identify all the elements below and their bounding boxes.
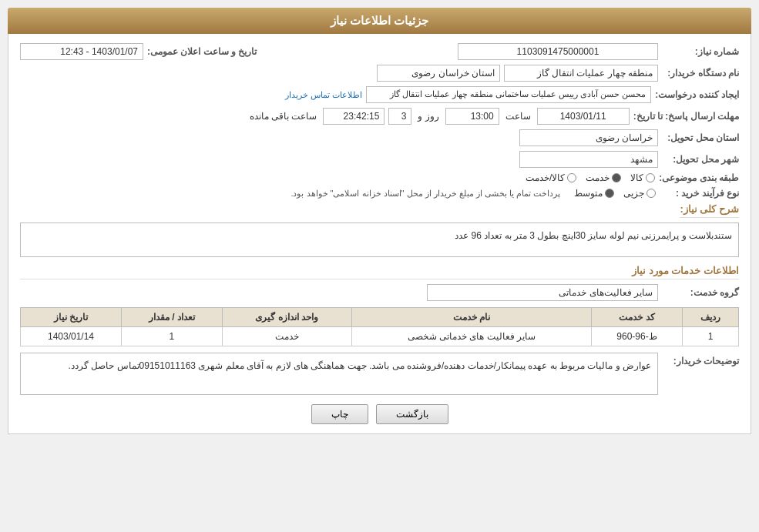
shomara-niaz-value: 1103091475000001 (458, 43, 658, 60)
radio-kala-khedmat[interactable]: کالا/خدمت (526, 172, 576, 183)
row-ostaan-tahvil: استان محل تحویل: خراسان رضوی (20, 129, 739, 146)
date-value: 1403/01/11 (537, 108, 630, 125)
radio-jozyi-label: جزیی (623, 188, 644, 199)
main-card: شماره نیاز: 1103091475000001 تاریخ و ساع… (8, 34, 751, 434)
radio-kala-khedmat-label: کالا/خدمت (526, 172, 565, 183)
ostaan-value: استان خراسان رضوی (377, 65, 500, 82)
cell-code: ط-96-960 (592, 327, 683, 346)
col-name: نام خدمت (351, 308, 592, 327)
row-tozihat: توضیحات خریدار: عوارض و مالیات مربوط به … (20, 353, 739, 395)
row-nam-dastgah: نام دستگاه خریدار: منطقه چهار عملیات انت… (20, 65, 739, 82)
cell-vahed: خدمت (222, 327, 351, 346)
farayand-note: پرداخت تمام یا بخشی از مبلغ خریدار از مح… (291, 189, 560, 199)
tozihat-label: توضیحات خریدار: (662, 353, 739, 366)
ijad-value: محسن حسن آبادی رییس عملیات ساختمانی منطق… (366, 86, 651, 103)
radio-jozyi[interactable]: جزیی (623, 188, 656, 199)
col-tedad: تعداد / مقدار (121, 308, 222, 327)
table-header: ردیف کد خدمت نام خدمت واحد اندازه گیری ت… (21, 308, 739, 327)
radio-jozyi-icon (646, 189, 656, 198)
row-tabaqe: طبقه بندی موضوعی: کالا خدمت کالا/خدمت (20, 172, 739, 183)
nam-dastgah-label: نام دستگاه خریدار: (662, 68, 739, 79)
farayand-label: نوع فرآیند خرید : (662, 188, 739, 199)
rooz-label: روز و (418, 111, 438, 122)
shahr-tahvil-value: مشهد (519, 151, 658, 168)
mande-value: 23:42:15 (323, 108, 385, 125)
tozihat-value: عوارض و مالیات مربوط به عهده پیمانکار/خد… (20, 353, 658, 395)
radio-mottaset-icon (605, 189, 614, 198)
row-ijad: ایجاد کننده درخواست: محسن حسن آبادی رییس… (20, 86, 739, 103)
tarikh-elaan-label: تاریخ و ساعت اعلان عمومی: (147, 46, 257, 57)
cell-tarikh: 1403/01/14 (21, 327, 122, 346)
page-title: جزئیات اطلاعات نیاز (331, 14, 428, 27)
button-row: چاپ بازگشت (20, 404, 739, 424)
mohlat-label: مهلت ارسال پاسخ: تا تاریخ: (633, 111, 739, 122)
row-mohlat: مهلت ارسال پاسخ: تا تاریخ: 1403/01/11 سا… (20, 108, 739, 125)
khadamat-section-title: اطلاعات خدمات مورد نیاز (20, 265, 739, 279)
cell-name: سایر فعالیت های خدماتی شخصی (351, 327, 592, 346)
ostaan-tahvil-value: خراسان رضوی (519, 129, 658, 146)
row-farayand: نوع فرآیند خرید : جزیی متوسط پرداخت تمام… (20, 188, 739, 199)
rooz-value: 3 (388, 108, 411, 125)
radio-mottaset-label: متوسط (574, 188, 603, 199)
tabaqe-label: طبقه بندی موضوعی: (659, 172, 739, 183)
etelaat-link[interactable]: اطلاعات تماس خریدار (285, 90, 362, 100)
radio-kala-label: کالا (630, 172, 643, 183)
tarikh-elaan-value: 1403/01/07 - 12:43 (20, 43, 143, 60)
sharh-label: شرح کلی نیاز: (680, 203, 739, 218)
saat-value: 13:00 (445, 108, 499, 125)
cell-tedad: 1 (121, 327, 222, 346)
ostaan-tahvil-label: استان محل تحویل: (662, 132, 739, 143)
mande-label: ساعت باقی مانده (250, 111, 317, 122)
row-shahr-tahvil: شهر محل تحویل: مشهد (20, 151, 739, 168)
farayand-radio-group: جزیی متوسط (574, 188, 656, 199)
radio-khedmat-label: خدمت (586, 172, 610, 183)
gorooh-label: گروه خدمت: (662, 287, 739, 298)
saat-label: ساعت (505, 111, 531, 122)
services-table: ردیف کد خدمت نام خدمت واحد اندازه گیری ت… (20, 307, 739, 346)
back-button[interactable]: بازگشت (376, 404, 448, 424)
services-table-wrapper: ردیف کد خدمت نام خدمت واحد اندازه گیری ت… (20, 307, 739, 346)
sharh-container: ستندبلاست و پرایمرزنی نیم لوله سایز 30ای… (20, 223, 739, 257)
col-code: کد خدمت (592, 308, 683, 327)
tabaqe-radio-group: کالا خدمت کالا/خدمت (526, 172, 655, 183)
col-tarikh: تاریخ نیاز (21, 308, 122, 327)
ijad-label: ایجاد کننده درخواست: (655, 89, 739, 100)
col-radif: ردیف (682, 308, 738, 327)
sharh-value: ستندبلاست و پرایمرزنی نیم لوله سایز 30ای… (20, 223, 739, 257)
radio-kala[interactable]: کالا (630, 172, 655, 183)
radio-kala-khedmat-icon (567, 173, 576, 182)
radio-khedmat-icon (612, 173, 621, 182)
row-sharh-label: شرح کلی نیاز: (20, 203, 739, 218)
page-header: جزئیات اطلاعات نیاز (8, 8, 751, 34)
radio-khedmat[interactable]: خدمت (586, 172, 621, 183)
radio-mottaset[interactable]: متوسط (574, 188, 614, 199)
shahr-tahvil-label: شهر محل تحویل: (662, 154, 739, 165)
nam-dastgah-value: منطقه چهار عملیات انتقال گاز (504, 65, 658, 82)
row-shomara-tarikh: شماره نیاز: 1103091475000001 تاریخ و ساع… (20, 43, 739, 60)
radio-kala-icon (646, 173, 655, 182)
col-vahed: واحد اندازه گیری (222, 308, 351, 327)
gorooh-value: سایر فعالیت‌های خدماتی (427, 284, 658, 301)
row-gorooh: گروه خدمت: سایر فعالیت‌های خدماتی (20, 284, 739, 301)
cell-radif: 1 (682, 327, 738, 346)
table-body: 1 ط-96-960 سایر فعالیت های خدماتی شخصی خ… (21, 327, 739, 346)
shomara-niaz-label: شماره نیاز: (662, 46, 739, 57)
print-button[interactable]: چاپ (311, 404, 368, 424)
table-row: 1 ط-96-960 سایر فعالیت های خدماتی شخصی خ… (21, 327, 739, 346)
